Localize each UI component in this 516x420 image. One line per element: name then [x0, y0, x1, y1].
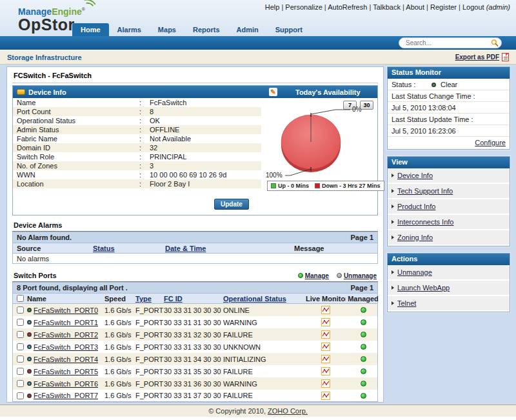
live-monitor-icon[interactable] — [321, 318, 330, 326]
actions-panel-title: Actions — [388, 254, 510, 265]
live-monitor-icon[interactable] — [321, 343, 330, 351]
zoho-link[interactable]: ZOHO Corp. — [268, 407, 308, 415]
row-checkbox[interactable] — [17, 331, 24, 338]
device-info-box: Device Info ✎ Today's Availability NameF… — [12, 85, 378, 215]
status-label: Status : — [392, 81, 429, 88]
port-link[interactable]: FcFaSwitch_PORT1 — [34, 319, 98, 326]
status-update-value: Jul 5, 2010 16:23:06 — [388, 125, 510, 137]
tab-home[interactable]: Home — [72, 23, 109, 36]
link-personalize[interactable]: Personalize — [285, 3, 322, 11]
row-checkbox[interactable] — [17, 380, 24, 387]
port-link[interactable]: FcFaSwitch_PORT2 — [34, 331, 98, 339]
field-value: FcFaSwitch — [150, 98, 261, 107]
sidebar-item-telnet[interactable]: Telnet — [388, 296, 510, 312]
port-link[interactable]: FcFaSwitch_PORT7 — [34, 392, 98, 399]
live-monitor-icon[interactable] — [321, 392, 330, 400]
toolbar: Storage Infrastructure Export as PDF — [0, 50, 516, 65]
field-value: OFFLINE — [150, 125, 261, 134]
link-logout[interactable]: Logout — [462, 3, 484, 11]
field-label: Port Count — [17, 107, 139, 116]
col-status-sort[interactable]: Status — [93, 245, 115, 252]
device-info-row: Fabric NameNot Available — [13, 134, 261, 143]
alarms-page-indicator: Page 1 — [351, 234, 373, 241]
port-opstatus: WARNING — [223, 380, 306, 388]
field-value: Not Available — [150, 134, 261, 143]
tab-alarms[interactable]: Alarms — [109, 23, 150, 36]
tab-admin[interactable]: Admin — [228, 23, 267, 36]
unmanage-icon — [337, 273, 342, 278]
tab-maps[interactable]: Maps — [150, 23, 184, 36]
sidebar-item-product-info[interactable]: Product Info — [388, 199, 510, 215]
edit-icon[interactable]: ✎ — [269, 88, 277, 96]
search-input[interactable] — [406, 39, 491, 46]
alarms-column-header: Source Status Date & Time Message — [12, 243, 378, 254]
col-managed: Managed — [346, 295, 381, 303]
col-type-sort[interactable]: Type — [135, 295, 152, 303]
link-register[interactable]: Register — [430, 3, 457, 11]
search-icon[interactable] — [491, 39, 499, 47]
col-opstatus-sort[interactable]: Operational Status — [223, 295, 286, 303]
link-about[interactable]: About — [406, 3, 424, 11]
pdf-icon[interactable] — [502, 53, 509, 61]
sidebar-item-device-info[interactable]: Device Info — [388, 168, 510, 184]
managed-icon — [361, 319, 366, 325]
manage-link[interactable]: Manage — [298, 272, 329, 279]
col-fcid-sort[interactable]: FC ID — [164, 295, 183, 303]
update-button[interactable]: Update — [214, 199, 249, 210]
device-alarms-title: Device Alarms — [14, 221, 62, 229]
ports-column-header: Name Speed Type FC ID Operational Status… — [12, 293, 378, 304]
link-help[interactable]: Help — [265, 3, 280, 11]
export-pdf-link[interactable]: Export as PDF — [455, 54, 499, 61]
tab-support[interactable]: Support — [267, 23, 311, 36]
tab-reports[interactable]: Reports — [184, 23, 228, 36]
link-talkback[interactable]: Talkback — [373, 3, 401, 11]
port-type: F_PORT — [135, 380, 164, 388]
view-panel-title: View — [388, 157, 510, 168]
row-checkbox[interactable] — [17, 392, 24, 399]
port-opstatus: FAILURE — [223, 392, 306, 399]
legend-down-swatch — [315, 183, 320, 188]
port-status-icon — [27, 345, 32, 349]
configure-link[interactable]: Configure — [475, 139, 506, 146]
live-monitor-icon[interactable] — [321, 330, 330, 339]
live-monitor-icon[interactable] — [321, 306, 330, 314]
sidebar-item-zoning-info[interactable]: Zoning Info — [388, 230, 510, 246]
field-label: Admin Status — [17, 125, 139, 134]
live-monitor-icon[interactable] — [321, 355, 330, 363]
port-type: F_PORT — [135, 343, 164, 351]
port-link[interactable]: FcFaSwitch_PORT0 — [34, 306, 98, 314]
port-fcid: 30 33 31 33 30 30 — [164, 343, 223, 351]
port-status-icon — [27, 369, 32, 374]
col-datetime-sort[interactable]: Date & Time — [165, 245, 206, 252]
live-monitor-icon[interactable] — [321, 379, 330, 388]
unmanage-link[interactable]: Unmanage — [337, 272, 377, 279]
switch-ports-heading: Switch Ports Manage Unmanage — [12, 272, 378, 282]
row-checkbox[interactable] — [17, 368, 24, 375]
port-link[interactable]: FcFaSwitch_PORT3 — [34, 343, 98, 351]
arrow-bullet-icon — [392, 270, 394, 274]
port-fcid: 30 33 31 32 30 30 — [164, 331, 223, 339]
device-alarms-heading: Device Alarms — [12, 221, 378, 232]
row-checkbox[interactable] — [17, 343, 24, 350]
sidebar-item-launch-webapp[interactable]: Launch WebApp — [388, 281, 510, 296]
port-type: F_PORT — [135, 392, 164, 399]
sidebar-item-unmanage[interactable]: Unmanage — [388, 265, 510, 281]
live-monitor-icon[interactable] — [321, 367, 330, 375]
port-link[interactable]: FcFaSwitch_PORT4 — [34, 355, 98, 363]
row-checkbox[interactable] — [17, 319, 24, 326]
port-link[interactable]: FcFaSwitch_PORT5 — [34, 368, 98, 375]
sidebar-item-tech-support-info[interactable]: Tech Support Info — [388, 184, 510, 199]
link-autorefresh[interactable]: AutoRefresh — [328, 3, 367, 11]
row-checkbox[interactable] — [17, 355, 24, 363]
port-opstatus: WARNING — [223, 319, 306, 326]
port-fcid: 30 33 31 30 30 30 — [164, 306, 223, 314]
row-checkbox[interactable] — [17, 306, 24, 314]
sidebar-item-interconnects-info[interactable]: Interconnects Info — [388, 215, 510, 230]
port-link[interactable]: FcFaSwitch_PORT6 — [34, 380, 98, 388]
manage-icon — [298, 273, 303, 278]
device-info-row: Operational StatusOK — [13, 116, 261, 125]
ports-page-indicator: Page 1 — [351, 284, 373, 292]
table-row: FcFaSwitch_PORT1 1.6 Gb/s F_PORT 30 33 3… — [12, 316, 378, 328]
field-label: No. of Zones — [17, 161, 139, 170]
select-all-checkbox[interactable] — [17, 295, 24, 302]
